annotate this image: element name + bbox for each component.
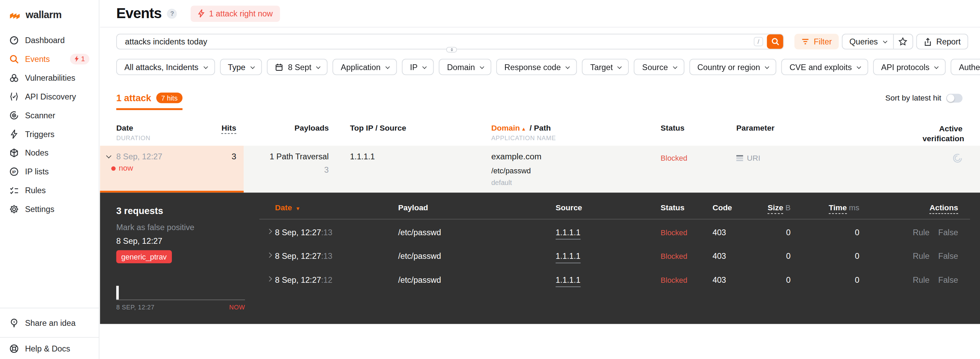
- filter-chip-cve[interactable]: CVE and exploits: [781, 59, 868, 75]
- search-icon: [771, 38, 779, 46]
- col-payloads: Payloads: [250, 124, 329, 132]
- live-dot-icon: [111, 166, 116, 171]
- sidebar-item-label: Vulnerabilities: [25, 73, 75, 82]
- filter-chip-country[interactable]: Country or region: [689, 59, 776, 75]
- sidebar-item-api-discovery[interactable]: API Discovery: [0, 87, 99, 106]
- request-time: 0: [813, 275, 859, 284]
- sidebar-item-label: Triggers: [25, 129, 54, 139]
- sidebar-item-help-docs[interactable]: Help & Docs: [0, 338, 99, 359]
- attacks-tab[interactable]: 1 attack 7 hits: [116, 93, 183, 110]
- expand-request-icon[interactable]: [267, 276, 272, 282]
- request-source[interactable]: 1.1.1.1: [555, 251, 581, 260]
- request-payload: /etc/passwd: [398, 228, 441, 237]
- false-link[interactable]: False: [938, 275, 958, 284]
- filter-chip-application[interactable]: Application: [333, 59, 397, 75]
- timeline-labels: 8 SEP, 12:27 NOW: [116, 304, 245, 311]
- search-button[interactable]: [767, 35, 783, 49]
- request-size: 0: [744, 228, 791, 237]
- sidebar-item-label: Share an idea: [25, 318, 75, 327]
- col-domain-path[interactable]: Domain▲ / Path: [492, 124, 551, 132]
- sidebar-item-triggers[interactable]: Triggers: [0, 124, 99, 143]
- sidebar-item-vulnerabilities[interactable]: Vulnerabilities: [0, 68, 99, 87]
- false-link[interactable]: False: [938, 251, 958, 260]
- filter-chip-attacks-incidents[interactable]: All attacks, Incidents: [116, 59, 215, 75]
- help-docs-icon: [9, 344, 19, 353]
- detail-col-status: Status: [660, 203, 684, 212]
- request-actions: RuleFalse: [913, 275, 958, 284]
- chevron-down-icon: [422, 64, 427, 69]
- divider: [259, 219, 970, 220]
- sidebar-item-rules[interactable]: Rules: [0, 181, 99, 199]
- calendar-icon: [275, 63, 283, 71]
- sidebar-item-ip-lists[interactable]: IP IP lists: [0, 162, 99, 181]
- page-title: Events: [116, 5, 161, 22]
- api-discovery-icon: [9, 92, 19, 101]
- filter-chip-response-code[interactable]: Response code: [496, 59, 577, 75]
- attack-payload: 1 Path Traversal: [250, 152, 329, 161]
- sort-toggle[interactable]: [946, 94, 963, 102]
- request-details-panel: 3 requests Mark as false positive 8 Sep,…: [100, 193, 980, 324]
- parameter-icon: [737, 155, 743, 161]
- false-link[interactable]: False: [938, 228, 958, 237]
- slash-shortcut-key: /: [754, 37, 763, 46]
- help-icon[interactable]: ?: [167, 8, 177, 18]
- filter-chip-domain[interactable]: Domain: [439, 59, 491, 75]
- filter-chip-authentication[interactable]: Authentication: [951, 59, 980, 75]
- filter-chip-type[interactable]: Type: [220, 59, 262, 75]
- triggers-icon: [9, 129, 19, 139]
- attack-type-tag[interactable]: generic_ptrav: [116, 250, 172, 263]
- attack-top-ip[interactable]: 1.1.1.1: [350, 152, 375, 161]
- sidebar-item-nodes[interactable]: Nodes: [0, 143, 99, 162]
- filter-button[interactable]: Filter: [794, 34, 839, 49]
- attack-alert-badge[interactable]: 1 attack right now: [191, 5, 280, 22]
- detail-col-date[interactable]: Date ▼: [275, 203, 302, 212]
- hits-badge: 7 hits: [156, 93, 183, 103]
- sidebar-item-share-idea[interactable]: Share an idea: [0, 308, 99, 337]
- sidebar-item-settings[interactable]: Settings: [0, 199, 99, 218]
- expand-request-icon[interactable]: [267, 253, 272, 258]
- filter-chip-date[interactable]: 8 Sept: [267, 59, 328, 75]
- col-hits[interactable]: Hits: [181, 124, 236, 132]
- detail-col-time[interactable]: Time ms: [813, 203, 859, 212]
- attack-parameter: URI: [737, 154, 760, 163]
- rule-link[interactable]: Rule: [913, 275, 929, 284]
- filter-chip-ip[interactable]: IP: [402, 59, 434, 75]
- collapse-filters-handle[interactable]: [446, 47, 457, 52]
- sidebar-item-scanner[interactable]: Scanner: [0, 106, 99, 124]
- attack-row: 8 Sep, 12:27 now 3 1 Path Traversal 3 1.…: [100, 146, 980, 193]
- nodes-icon: [9, 148, 19, 157]
- wallarm-logo[interactable]: wallarm: [0, 0, 99, 27]
- attack-domain[interactable]: example.com: [492, 152, 542, 161]
- toolbar: / Filter Queries: [116, 34, 980, 49]
- mark-false-positive-link[interactable]: Mark as false positive: [116, 223, 194, 232]
- detail-col-size[interactable]: Size B: [744, 203, 791, 212]
- request-date: 8 Sep, 12:27:13: [275, 228, 332, 237]
- request-payload: /etc/passwd: [398, 251, 441, 260]
- request-source[interactable]: 1.1.1.1: [555, 275, 581, 284]
- filter-chip-api-protocols[interactable]: API protocols: [873, 59, 946, 75]
- sidebar-item-events[interactable]: Events 1: [0, 49, 99, 68]
- rule-link[interactable]: Rule: [913, 251, 929, 260]
- favorite-star-button[interactable]: [893, 35, 912, 49]
- expand-request-icon[interactable]: [267, 229, 272, 234]
- queries-dropdown[interactable]: Queries: [843, 35, 893, 49]
- col-status: Status: [660, 124, 684, 132]
- report-button[interactable]: Report: [916, 34, 968, 49]
- sidebar-item-label: Nodes: [25, 148, 49, 157]
- request-source[interactable]: 1.1.1.1: [555, 228, 581, 237]
- sort-control: Sort by latest hit: [885, 94, 963, 102]
- rules-icon: [9, 185, 19, 195]
- events-attack-badge: 1: [70, 53, 89, 64]
- sort-desc-icon: ▼: [295, 206, 300, 211]
- filter-chip-target[interactable]: Target: [582, 59, 629, 75]
- sidebar-item-dashboard[interactable]: Dashboard: [0, 31, 99, 49]
- page-header: Events ? 1 attack right now: [100, 0, 980, 27]
- attack-application: default: [492, 179, 512, 186]
- filter-button-label: Filter: [814, 37, 832, 46]
- filter-chip-source[interactable]: Source: [634, 59, 684, 75]
- detail-col-actions[interactable]: Actions: [929, 203, 958, 212]
- results-tabs: 1 attack 7 hits Sort by latest hit: [100, 93, 980, 115]
- verification-spinner-icon[interactable]: [953, 153, 963, 163]
- request-size: 0: [744, 251, 791, 260]
- rule-link[interactable]: Rule: [913, 228, 929, 237]
